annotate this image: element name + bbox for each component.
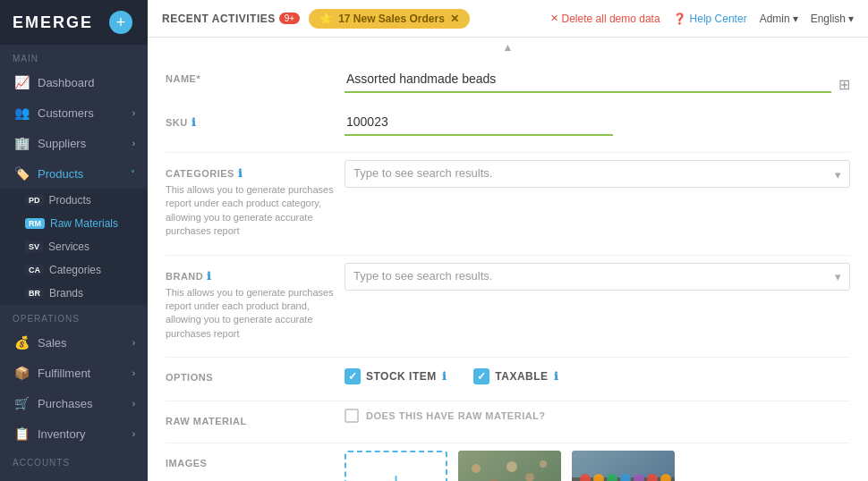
sub-item-label: Brands: [49, 287, 83, 300]
suppliers-icon: 🏢: [13, 134, 30, 152]
categories-row: CATEGORIES ℹ This allows you to generate…: [166, 160, 850, 239]
product-image-1: handmade beads: [458, 451, 561, 481]
sidebar-item-label: Purchases: [38, 397, 92, 410]
sidebar-add-button[interactable]: +: [109, 11, 132, 34]
sales-icon: 💰: [13, 333, 30, 351]
raw-material-label-col: RAW MATERIAL: [166, 409, 345, 426]
product-image-2: [572, 451, 675, 481]
delete-demo-button[interactable]: ✕ Delete all demo data: [550, 13, 660, 25]
categories-label-col: CATEGORIES ℹ This allows you to generate…: [166, 160, 345, 239]
sidebar-item-suppliers[interactable]: 🏢 Suppliers ›: [0, 128, 148, 158]
taxable-info-icon: ℹ: [554, 370, 559, 383]
sidebar-item-label: Inventory: [38, 427, 85, 441]
categories-input-col: ▾ Type to see search results.: [345, 160, 850, 188]
chevron-down-icon: ▾: [793, 13, 798, 25]
raw-material-input-col: DOES THIS HAVE RAW MATERIAL?: [345, 409, 850, 423]
categories-desc: This allows you to generate purchases re…: [166, 183, 345, 239]
chevron-right-icon: ›: [132, 429, 135, 439]
taxable-label: TAXABLE: [495, 370, 548, 383]
help-icon: ❓: [673, 13, 686, 25]
receivables-icon: 💳: [13, 477, 30, 481]
topbar: RECENT ACTIVITIES 9+ ⭐ 17 New Sales Orde…: [148, 0, 868, 38]
stock-item-label: STOCK ITEM: [366, 370, 437, 383]
image-thumbnail-1[interactable]: handmade beads: [458, 451, 561, 481]
sidebar-item-label: Suppliers: [38, 137, 86, 150]
sidebar-item-customers[interactable]: 👥 Customers ›: [0, 97, 148, 128]
taxable-option[interactable]: ✓ TAXABLE ℹ: [473, 368, 558, 384]
sku-input-col: [345, 109, 850, 136]
activities-label: RECENT ACTIVITIES: [162, 13, 276, 25]
image-thumbnail-2[interactable]: [572, 451, 675, 481]
categories-select[interactable]: [345, 160, 850, 188]
svg-point-6: [540, 460, 547, 468]
chevron-right-icon: ›: [132, 139, 135, 148]
sidebar: EMERGE + Main 📈 Dashboard 👥 Customers › …: [0, 0, 148, 481]
new-orders-button[interactable]: ⭐ 17 New Sales Orders ✕: [309, 9, 470, 29]
raw-material-row: RAW MATERIAL DOES THIS HAVE RAW MATERIAL…: [166, 409, 850, 426]
name-input-col: ⊞: [345, 66, 850, 93]
sidebar-sub-item-brands[interactable]: BR Brands: [0, 282, 148, 305]
language-menu[interactable]: English ▾: [811, 13, 854, 25]
raw-material-question: DOES THIS HAVE RAW MATERIAL?: [366, 410, 546, 421]
images-input-col: + Add Images: [345, 451, 850, 481]
name-input[interactable]: [345, 66, 831, 93]
brand-select[interactable]: [345, 263, 850, 291]
stock-item-option[interactable]: ✓ STOCK ITEM ℹ: [345, 368, 447, 384]
sidebar-item-inventory[interactable]: 📋 Inventory ›: [0, 418, 148, 449]
brands-badge: BR: [25, 288, 44, 299]
brand-label: BRAND ℹ: [166, 270, 345, 283]
sidebar-item-label: Sales: [38, 336, 67, 350]
customers-icon: 👥: [13, 104, 30, 122]
brand-info-icon: ℹ: [207, 270, 212, 283]
stock-item-checkbox[interactable]: ✓: [345, 368, 361, 384]
lang-label: English: [811, 13, 846, 25]
plus-icon: +: [389, 469, 403, 481]
brand-label-col: BRAND ℹ This allows you to generate purc…: [166, 263, 345, 342]
sidebar-item-products[interactable]: 🏷️ Products ˅: [0, 158, 148, 189]
raw-material-option: DOES THIS HAVE RAW MATERIAL?: [345, 409, 850, 423]
product-form: NAME* ⊞ SKU ℹ: [148, 57, 868, 481]
services-badge: SV: [25, 241, 43, 252]
sidebar-item-purchases[interactable]: 🛒 Purchases ›: [0, 388, 148, 418]
sku-input[interactable]: [345, 109, 613, 136]
sidebar-item-label: Fulfillment: [38, 367, 90, 380]
star-icon: ⭐: [319, 13, 333, 25]
help-center-link[interactable]: ❓ Help Center: [673, 13, 747, 25]
sidebar-sub-item-raw-materials[interactable]: RM Raw Materials: [0, 212, 148, 235]
images-label-col: IMAGES: [166, 451, 345, 468]
raw-material-label: RAW MATERIAL: [166, 416, 345, 426]
x-icon: ✕: [550, 13, 558, 24]
divider: [166, 357, 850, 358]
chevron-right-icon: ›: [132, 338, 135, 348]
sidebar-sub-item-categories[interactable]: CA Categories: [0, 258, 148, 282]
new-orders-label: 17 New Sales Orders: [338, 13, 445, 25]
admin-menu[interactable]: Admin ▾: [760, 13, 798, 25]
raw-materials-badge: RM: [25, 218, 45, 229]
delete-demo-label: Delete all demo data: [562, 13, 660, 25]
add-images-button[interactable]: + Add Images: [345, 451, 447, 481]
images-row: IMAGES + Add Images: [166, 451, 850, 481]
taxable-checkbox[interactable]: ✓: [473, 368, 489, 384]
svg-point-4: [506, 461, 517, 472]
sidebar-item-receivables[interactable]: 💳 Receivables ›: [0, 471, 148, 481]
sidebar-section-operations: Operations: [0, 305, 148, 327]
sub-item-label: Services: [48, 240, 89, 253]
svg-point-2: [472, 464, 481, 473]
images-section: + Add Images: [345, 451, 850, 481]
sku-info-icon: ℹ: [191, 116, 197, 129]
divider: [166, 152, 850, 153]
categories-badge: CA: [25, 265, 44, 275]
raw-material-checkbox[interactable]: [345, 409, 359, 423]
products-icon: 🏷️: [13, 165, 30, 182]
inventory-icon: 📋: [13, 425, 30, 443]
brand-desc: This allows you to generate purchases re…: [166, 286, 345, 342]
options-input-col: ✓ STOCK ITEM ℹ ✓ TAXABLE ℹ: [345, 365, 850, 384]
brand-input-col: ▾ Type to see search results.: [345, 263, 850, 291]
sidebar-item-sales[interactable]: 💰 Sales ›: [0, 327, 148, 358]
sidebar-item-label: Customers: [38, 106, 94, 120]
products-badge: PD: [25, 195, 44, 206]
sidebar-sub-item-products[interactable]: PD Products: [0, 189, 148, 212]
sidebar-item-fulfillment[interactable]: 📦 Fulfillment ›: [0, 358, 148, 388]
sidebar-sub-item-services[interactable]: SV Services: [0, 235, 148, 258]
sidebar-item-dashboard[interactable]: 📈 Dashboard: [0, 67, 148, 97]
